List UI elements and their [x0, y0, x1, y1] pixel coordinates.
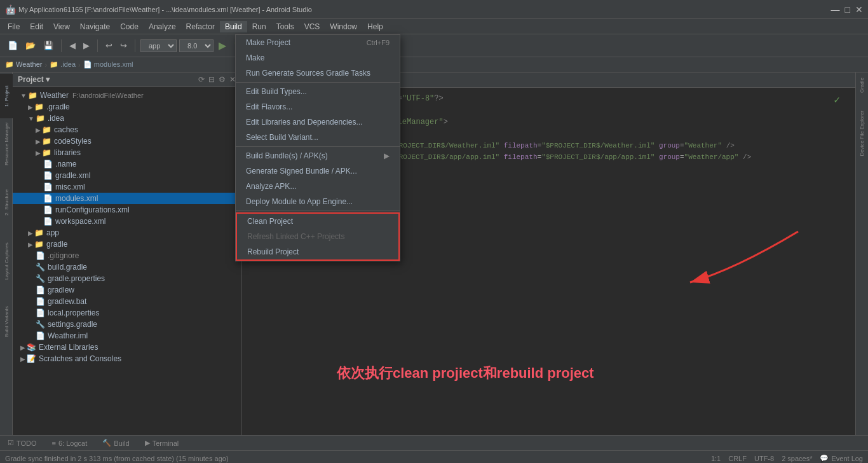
collapse-icon[interactable]: ⊟ — [208, 75, 215, 84]
device-file-tab[interactable]: Device File Explorer — [858, 108, 866, 159]
menu-rebuild-project[interactable]: Rebuild Project — [237, 244, 398, 259]
close-button[interactable]: ✕ — [855, 4, 863, 15]
undo-button[interactable]: ↩ — [103, 39, 115, 52]
menu-view[interactable]: View — [48, 21, 75, 32]
tree-item-misc-xml[interactable]: 📄 misc.xml — [13, 181, 241, 193]
tree-item-gradle-hidden[interactable]: ▶ 📁 .gradle — [13, 101, 241, 113]
tree-item-settings-gradle[interactable]: 🔧 settings.gradle — [13, 319, 241, 330]
tree-item-local-props[interactable]: 📄 local.properties — [13, 307, 241, 319]
tree-item-idea[interactable]: ▼ 📁 .idea — [13, 113, 241, 124]
menu-edit[interactable]: Edit — [25, 21, 48, 32]
bottom-tab-logcat[interactable]: ≡ 6: Logcat — [44, 438, 95, 448]
tree-label-ext-libs: External Libraries — [39, 343, 98, 352]
cursor-position[interactable]: 1:1 — [711, 455, 721, 462]
menu-navigate[interactable]: Navigate — [75, 21, 115, 32]
menu-analyze[interactable]: Analyze — [144, 21, 181, 32]
sync-icon[interactable]: ⟳ — [198, 75, 205, 84]
sdk-version-dropdown[interactable]: 8.0 — [179, 39, 214, 52]
tree-label-local-props: local.properties — [48, 308, 99, 317]
tree-path-weather: F:\androidFile\Weather — [72, 92, 144, 99]
menu-bar: File Edit View Navigate Code Analyze Ref… — [0, 19, 868, 34]
menu-edit-flavors[interactable]: Edit Flavors... — [236, 99, 400, 114]
tree-item-caches[interactable]: ▶ 📁 caches — [13, 124, 241, 135]
menu-code[interactable]: Code — [115, 21, 144, 32]
tree-item-gradle-xml[interactable]: 📄 gradle.xml — [13, 170, 241, 181]
new-file-button[interactable]: 📄 — [5, 39, 20, 52]
redo-button[interactable]: ↪ — [118, 39, 130, 52]
tree-item-gradle-props[interactable]: 🔧 gradle.properties — [13, 273, 241, 284]
sidebar-tab-project[interactable]: 1: Project — [0, 74, 13, 118]
gradle-tab[interactable]: Gradle — [858, 75, 866, 95]
make-label: Make — [246, 53, 264, 62]
menu-build-bundle[interactable]: Build Bundle(s) / APK(s) ▶ — [236, 148, 400, 163]
menu-file[interactable]: File — [3, 21, 25, 32]
tree-item-modules-xml[interactable]: 📄 modules.xml — [13, 193, 241, 204]
xml-icon-workspace: 📄 — [43, 217, 53, 226]
menu-make-project[interactable]: Make Project Ctrl+F9 — [236, 35, 400, 50]
tree-item-gitignore[interactable]: 📄 .gitignore — [13, 250, 241, 261]
tree-item-workspace[interactable]: 📄 workspace.xml — [13, 216, 241, 227]
menu-vcs[interactable]: VCS — [299, 21, 325, 32]
tree-item-libraries[interactable]: ▶ 📁 libraries — [13, 147, 241, 158]
tree-item-build-gradle[interactable]: 🔧 build.gradle — [13, 261, 241, 273]
tree-item-gradlew-bat[interactable]: 📄 gradlew.bat — [13, 296, 241, 307]
bottom-tab-todo[interactable]: ☑ TODO — [0, 438, 44, 448]
tree-item-name[interactable]: 📄 .name — [13, 158, 241, 170]
sidebar-tab-structure[interactable]: 2: Structure — [0, 182, 13, 223]
breadcrumb-project[interactable]: 📁 Weather — [5, 60, 42, 69]
tree-label-gradle-props: gradle.properties — [48, 274, 105, 283]
menu-window[interactable]: Window — [325, 21, 362, 32]
minimize-button[interactable]: — — [831, 4, 840, 15]
tree-item-weather-iml[interactable]: 📄 Weather.iml — [13, 330, 241, 342]
menu-run-generate[interactable]: Run Generate Sources Gradle Tasks — [236, 66, 400, 81]
open-button[interactable]: 📂 — [23, 39, 38, 52]
annotation-text: 依次执行clean projiect和rebuild project — [337, 365, 594, 381]
indent[interactable]: 2 spaces* — [782, 455, 812, 462]
menu-generate-signed[interactable]: Generate Signed Bundle / APK... — [236, 163, 400, 179]
maximize-button[interactable]: □ — [845, 4, 850, 15]
tree-item-gradlew[interactable]: 📄 gradlew — [13, 284, 241, 296]
bottom-tab-build[interactable]: 🔨 Build — [95, 438, 137, 448]
forward-button[interactable]: ▶ — [81, 39, 92, 52]
sidebar-tab-captures[interactable]: Layout Captures — [0, 236, 13, 287]
tree-item-run-config[interactable]: 📄 runConfigurations.xml — [13, 204, 241, 216]
menu-make[interactable]: Make — [236, 50, 400, 66]
folder-icon-codestyles: 📁 — [42, 137, 51, 146]
tree-item-scratches[interactable]: ▶ 📝 Scratches and Consoles — [13, 353, 241, 364]
sync-message: Gradle sync finished in 2 s 313 ms (from… — [5, 455, 229, 462]
scratch-icon: 📝 — [27, 354, 36, 363]
tree-item-weather-root[interactable]: ▼ 📁 Weather F:\androidFile\Weather — [13, 90, 241, 101]
menu-deploy-module[interactable]: Deploy Module to App Engine... — [236, 194, 400, 209]
sidebar-tab-variants[interactable]: Build Variants — [0, 300, 13, 344]
tree-item-app[interactable]: ▶ 📁 app — [13, 227, 241, 238]
tree-arrow-gradle-h: ▶ — [28, 104, 33, 111]
toolbar: 📄 📂 💾 ◀ ▶ ↩ ↪ app 8.0 ▶ 🐛 📊 — [0, 34, 868, 57]
menu-refactor[interactable]: Refactor — [181, 21, 220, 32]
bottom-tab-terminal[interactable]: ▶ Terminal — [137, 438, 187, 448]
run-config-dropdown[interactable]: app — [140, 39, 177, 52]
menu-tools[interactable]: Tools — [271, 21, 299, 32]
menu-help[interactable]: Help — [362, 21, 388, 32]
menu-edit-libs[interactable]: Edit Libraries and Dependencies... — [236, 114, 400, 130]
breadcrumb-folder[interactable]: 📁 .idea — [50, 60, 76, 69]
menu-run[interactable]: Run — [247, 21, 271, 32]
menu-select-build-variant[interactable]: Select Build Variant... — [236, 130, 400, 145]
breadcrumb-file[interactable]: 📄 modules.xml — [83, 60, 133, 69]
line-ending[interactable]: CRLF — [728, 455, 747, 462]
back-button[interactable]: ◀ — [67, 39, 78, 52]
event-log[interactable]: 💬 Event Log — [820, 454, 863, 462]
deploy-module-label: Deploy Module to App Engine... — [246, 197, 353, 206]
menu-analyze-apk[interactable]: Analyze APK... — [236, 179, 400, 194]
tree-item-codestyles[interactable]: ▶ 📁 codeStyles — [13, 135, 241, 147]
settings-icon[interactable]: ⚙ — [219, 75, 226, 84]
tree-item-ext-libs[interactable]: ▶ 📚 External Libraries — [13, 342, 241, 353]
tree-item-gradle-dir[interactable]: ▶ 📁 gradle — [13, 238, 241, 250]
sidebar-tab-resource[interactable]: Resource Manager — [0, 118, 13, 169]
menu-clean-project[interactable]: Clean Project — [237, 214, 398, 229]
lib-icon-ext: 📚 — [27, 343, 36, 352]
save-button[interactable]: 💾 — [41, 39, 56, 52]
menu-build[interactable]: Build — [220, 21, 247, 32]
run-button[interactable]: ▶ — [216, 38, 229, 53]
encoding[interactable]: UTF-8 — [754, 455, 774, 462]
menu-edit-build-types[interactable]: Edit Build Types... — [236, 84, 400, 99]
